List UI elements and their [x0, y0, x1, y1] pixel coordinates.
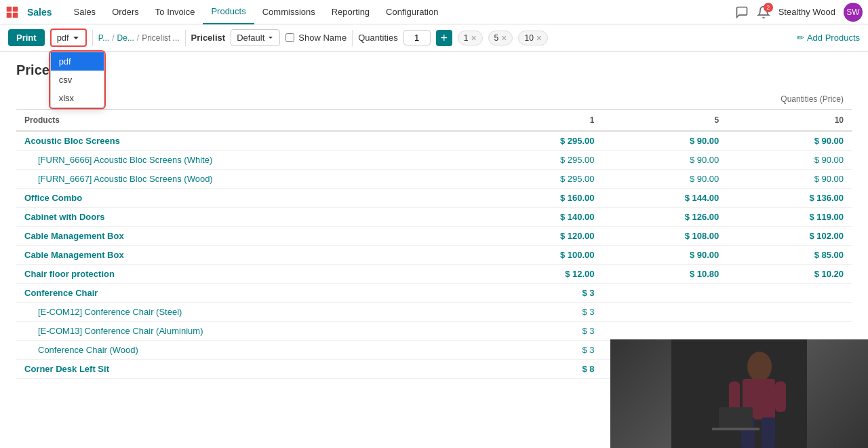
nav-configuration[interactable]: Configuration	[378, 0, 446, 24]
chat-icon[interactable]	[735, 5, 749, 19]
table-row: [FURN_6667] Acoustic Bloc Screens (Wood)…	[16, 170, 852, 189]
row-name[interactable]: Cable Management Box	[16, 227, 467, 246]
qty-tag-10-remove[interactable]: ×	[536, 33, 542, 43]
row-name[interactable]: Conference Chair (Wood)	[16, 341, 467, 360]
row-p5	[603, 322, 728, 341]
qty-tag-1-remove[interactable]: ×	[471, 33, 476, 43]
table-row: Acoustic Bloc Screens $ 295.00 $ 90.00 $…	[16, 131, 852, 151]
qty-tag-1: 1 ×	[458, 31, 483, 45]
row-p5: $ 90.00	[603, 151, 728, 170]
breadcrumb-sep: /	[112, 33, 114, 43]
table-row: Office Combo $ 160.00 $ 144.00 $ 136.00	[16, 189, 852, 208]
nav-links: Sales Orders To Invoice Products Commiss…	[66, 0, 447, 24]
row-p10: $ 10.20	[727, 265, 852, 284]
nav-logo[interactable]	[5, 5, 19, 19]
quantities-price-header: Quantities (Price)	[467, 89, 852, 110]
row-p10	[727, 303, 852, 322]
nav-to-invoice[interactable]: To Invoice	[147, 0, 203, 24]
row-name[interactable]: [E-COM13] Conference Chair (Aluminium)	[16, 322, 467, 341]
row-name[interactable]: Corner Desk Left Sit	[16, 360, 467, 379]
breadcrumb-part1[interactable]: P...	[98, 33, 109, 43]
row-p1: $ 100.00	[467, 246, 603, 265]
nav-orders[interactable]: Orders	[104, 0, 147, 24]
person-silhouette	[671, 339, 807, 443]
notification-icon[interactable]: 2	[757, 5, 770, 19]
breadcrumb-part2[interactable]: De...	[117, 33, 134, 43]
row-name[interactable]: [FURN_6667] Acoustic Bloc Screens (Wood)	[16, 170, 467, 189]
row-p5	[603, 303, 728, 322]
table-row: Cable Management Box $ 120.00 $ 108.00 $…	[16, 227, 852, 246]
svg-rect-2	[7, 12, 12, 18]
pdf-format-label: pdf	[57, 33, 69, 43]
row-p1: $ 160.00	[467, 189, 603, 208]
svg-rect-11	[719, 407, 753, 428]
row-name[interactable]: Chair floor protection	[16, 265, 467, 284]
row-p1: $ 295.00	[467, 131, 603, 151]
pdf-option-csv[interactable]: csv	[51, 71, 104, 89]
row-name[interactable]: Acoustic Bloc Screens	[16, 131, 467, 151]
table-row: Cable Management Box $ 100.00 $ 90.00 $ …	[16, 246, 852, 265]
default-label: Default	[237, 33, 264, 43]
row-name[interactable]: [FURN_6666] Acoustic Bloc Screens (White…	[16, 151, 467, 170]
row-p10: $ 85.00	[727, 246, 852, 265]
breadcrumb-current: Pricelist ...	[142, 33, 179, 43]
qty-tag-5-remove[interactable]: ×	[501, 33, 507, 43]
row-p10: $ 102.00	[727, 227, 852, 246]
qty-tag-10: 10 ×	[518, 31, 548, 45]
col-qty10-header: 10	[727, 110, 852, 132]
table-row: [E-COM12] Conference Chair (Steel) $ 3	[16, 303, 852, 322]
nav-sales[interactable]: Sales	[66, 0, 104, 24]
add-products-button[interactable]: ✏ Add Products	[797, 33, 860, 43]
row-p10: $ 119.00	[727, 208, 852, 227]
quantities-input[interactable]: 1	[403, 30, 431, 45]
pencil-icon: ✏	[797, 33, 804, 43]
nav-products[interactable]: Products	[203, 0, 254, 24]
table-row: [FURN_6666] Acoustic Bloc Screens (White…	[16, 151, 852, 170]
row-p5: $ 108.00	[603, 227, 728, 246]
row-name[interactable]: [E-COM12] Conference Chair (Steel)	[16, 303, 467, 322]
pdf-option-xlsx[interactable]: xlsx	[51, 89, 104, 107]
row-p10: $ 90.00	[727, 151, 852, 170]
col-qty1-header: 1	[467, 110, 603, 132]
video-person	[610, 339, 868, 443]
row-p1: $ 3	[467, 303, 603, 322]
breadcrumb: P... / De... / Pricelist ...	[98, 33, 180, 43]
video-overlay	[610, 339, 868, 443]
default-select[interactable]: Default	[231, 29, 280, 46]
row-p5: $ 10.80	[603, 265, 728, 284]
nav-reporting[interactable]: Reporting	[323, 0, 378, 24]
print-button[interactable]: Print	[8, 29, 45, 46]
add-products-label: Add Products	[807, 33, 860, 43]
svg-point-5	[747, 352, 772, 381]
user-name[interactable]: Stealthy Wood	[778, 7, 835, 17]
breadcrumb-sep2: /	[137, 33, 139, 43]
qty-tag-5-value: 5	[494, 33, 499, 43]
row-p1: $ 295.00	[467, 170, 603, 189]
row-name[interactable]: Office Combo	[16, 189, 467, 208]
add-quantity-button[interactable]: +	[436, 30, 452, 46]
col-products-header: Products	[16, 110, 467, 132]
pdf-format-button[interactable]: pdf	[50, 29, 87, 47]
row-p10	[727, 322, 852, 341]
pdf-option-pdf[interactable]: pdf	[51, 52, 104, 71]
default-chevron-icon	[267, 35, 274, 41]
table-row: Conference Chair $ 3	[16, 284, 852, 303]
row-name[interactable]: Cable Management Box	[16, 246, 467, 265]
nav-commissions[interactable]: Commissions	[254, 0, 323, 24]
qty-tag-5: 5 ×	[488, 31, 513, 45]
page-title: Pricelist	[16, 62, 852, 78]
col-qty5-header: 5	[603, 110, 728, 132]
toolbar-separator-2	[185, 30, 186, 46]
row-name[interactable]: Cabinet with Doors	[16, 208, 467, 227]
row-p10	[727, 284, 852, 303]
row-p5: $ 126.00	[603, 208, 728, 227]
show-name-checkbox[interactable]	[285, 33, 294, 42]
user-avatar[interactable]: SW	[844, 3, 863, 22]
top-nav: Sales Sales Orders To Invoice Products C…	[0, 0, 868, 24]
quantities-header-row: Quantities (Price)	[16, 89, 852, 110]
row-name[interactable]: Conference Chair	[16, 284, 467, 303]
row-p1: $ 3	[467, 341, 603, 360]
quantities-label: Quantities	[358, 33, 398, 43]
show-name-label: Show Name	[298, 33, 347, 43]
show-name-area: Show Name	[285, 33, 347, 43]
